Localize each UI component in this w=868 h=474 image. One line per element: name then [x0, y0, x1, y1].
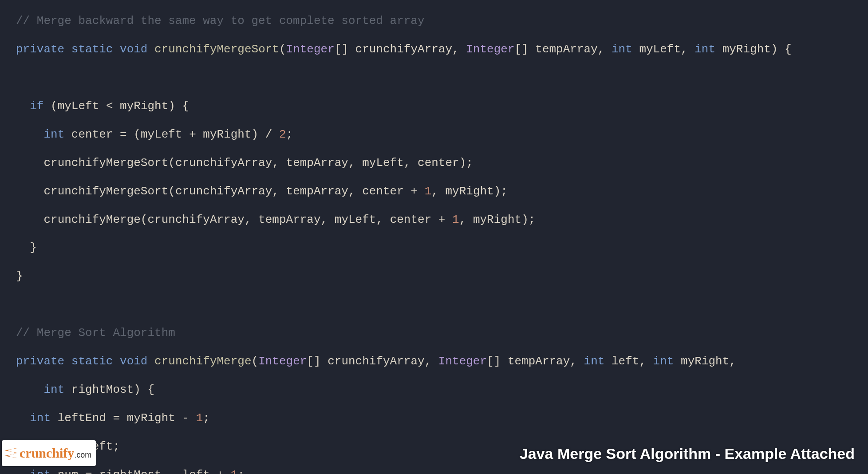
number: 2: [279, 128, 286, 141]
code-line: [16, 71, 868, 85]
type: Integer: [286, 43, 335, 56]
function-call: crunchifyMerge: [43, 213, 140, 226]
identifier: tempArray: [258, 213, 320, 226]
code-line: crunchifyMergeSort(crunchifyArray, tempA…: [16, 185, 868, 199]
keyword: static: [71, 355, 113, 368]
identifier: myRight: [127, 411, 175, 425]
code-line: private static void crunchifyMergeSort(I…: [16, 43, 868, 57]
identifier: myLeft: [141, 128, 182, 141]
code-editor: // Merge backward the same way to get co…: [0, 0, 868, 474]
logo-chevron-icon: [4, 448, 17, 458]
identifier: myLeft: [58, 99, 99, 113]
identifier: crunchifyArray: [355, 43, 452, 56]
code-line: crunchifyMergeSort(crunchifyArray, tempA…: [16, 156, 868, 170]
crunchify-logo: crunchify.com: [2, 440, 96, 466]
function-name: crunchifyMerge: [154, 355, 251, 368]
identifier: num: [58, 468, 79, 474]
identifier: center: [418, 156, 459, 170]
code-line: [16, 298, 868, 312]
code-line: // Merge Sort Algorithm: [16, 326, 868, 340]
identifier: leftEnd: [58, 411, 106, 425]
number: 1: [196, 411, 203, 425]
identifier: tempArray: [286, 185, 348, 198]
identifier: center: [71, 128, 113, 141]
function-call: crunchifyMergeSort: [43, 156, 168, 170]
identifier: tempArray: [508, 355, 570, 368]
image-caption: Java Merge Sort Algorithm - Example Atta…: [520, 445, 855, 463]
number: 1: [425, 185, 432, 198]
code-line: int num = rightMost - left + 1;: [16, 468, 868, 474]
identifier: myLeft: [335, 213, 376, 226]
code-line: // Merge backward the same way to get co…: [16, 14, 868, 28]
code-line: private static void crunchifyMerge(Integ…: [16, 355, 868, 369]
number: 1: [231, 468, 238, 474]
type: Integer: [466, 43, 514, 56]
code-line: int rightMost) {: [16, 383, 868, 397]
identifier: myRight: [681, 355, 729, 368]
identifier: left: [182, 468, 210, 474]
type: Integer: [258, 355, 307, 368]
identifier: crunchifyArray: [175, 185, 272, 198]
keyword: void: [120, 355, 147, 368]
type: Integer: [438, 355, 487, 368]
keyword: void: [120, 43, 147, 56]
identifier: myRight: [120, 99, 168, 113]
function-call: crunchifyMergeSort: [43, 185, 168, 198]
keyword: int: [43, 128, 64, 141]
identifier: myLeft: [639, 43, 681, 56]
logo-text: crunchify.com: [20, 446, 91, 460]
identifier: crunchifyArray: [327, 355, 424, 368]
keyword: int: [43, 383, 64, 396]
identifier: myLeft: [362, 156, 404, 170]
code-line: int leftEnd = myRight - 1;: [16, 411, 868, 426]
logo-suffix: .com: [74, 450, 91, 459]
keyword: static: [71, 43, 113, 56]
keyword: int: [30, 411, 51, 425]
function-name: crunchifyMergeSort: [154, 43, 279, 56]
code-line: crunchifyMerge(crunchifyArray, tempArray…: [16, 213, 868, 227]
keyword: int: [653, 355, 674, 368]
keyword: int: [584, 355, 605, 368]
code-line: }: [16, 241, 868, 255]
identifier: myRight: [203, 128, 251, 141]
comment: // Merge Sort Algorithm: [16, 326, 175, 340]
identifier: crunchifyArray: [147, 213, 244, 226]
identifier: left: [612, 355, 639, 368]
keyword: private: [16, 355, 64, 368]
identifier: myRight: [473, 213, 521, 226]
identifier: crunchifyArray: [175, 156, 272, 170]
code-line: }: [16, 269, 868, 284]
identifier: myRight: [722, 43, 771, 56]
identifier: center: [390, 213, 432, 226]
code-line: if (myLeft < myRight) {: [16, 99, 868, 114]
number: 1: [452, 213, 459, 226]
code-line: int center = (myLeft + myRight) / 2;: [16, 128, 868, 142]
identifier: center: [362, 185, 404, 198]
identifier: tempArray: [535, 43, 597, 56]
identifier: rightMost: [71, 383, 134, 396]
logo-brand: crunchify: [20, 446, 74, 460]
identifier: tempArray: [286, 156, 348, 170]
keyword: int: [694, 43, 715, 56]
identifier: rightMost: [99, 468, 161, 474]
identifier: myRight: [445, 185, 493, 198]
comment: // Merge backward the same way to get co…: [16, 14, 425, 28]
keyword: if: [30, 99, 43, 113]
keyword: int: [612, 43, 632, 56]
keyword: int: [30, 468, 51, 474]
keyword: private: [16, 43, 64, 56]
